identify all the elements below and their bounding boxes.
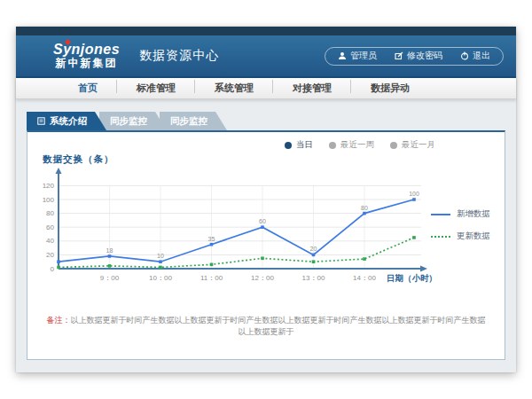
nav-item-data-change[interactable]: 数据异动 (351, 82, 429, 95)
tab-system-intro[interactable]: 系统介绍 (27, 112, 106, 130)
company-logo: Synjones 新中新集团 (53, 43, 120, 68)
company-name: 新中新集团 (56, 58, 118, 69)
svg-text:14：00: 14：00 (353, 274, 376, 282)
nav-item-standard-mgmt[interactable]: 标准管理 (117, 82, 195, 95)
user-icon (338, 51, 347, 60)
tab-sync-monitor-1[interactable]: 同步监控 (99, 112, 167, 130)
edit-icon (395, 51, 403, 60)
radio-last-month-label: 最近一月 (402, 139, 435, 151)
chart-legend: 新增数据 更新数据 (431, 208, 490, 242)
app-header: Synjones 新中新集团 数据资源中心 管理员 修改密码 退出 (16, 35, 516, 78)
logout-button[interactable]: 退出 (460, 50, 490, 62)
time-range-selector: 当日 最近一周 最近一月 (285, 139, 435, 151)
document-icon (37, 117, 45, 125)
app-window: Synjones 新中新集团 数据资源中心 管理员 修改密码 退出 (16, 27, 516, 372)
footnote-text: 以上数据更新于时间产生数据以上数据更新于时间产生数据以上数据更新于时间产生数据以… (71, 316, 486, 336)
radio-unselected-icon (329, 142, 336, 149)
admin-user-label: 管理员 (350, 50, 377, 62)
svg-text:18: 18 (106, 247, 113, 254)
admin-user-button[interactable]: 管理员 (338, 50, 377, 62)
radio-last-week-label: 最近一周 (340, 139, 374, 151)
change-password-label: 修改密码 (407, 50, 442, 62)
svg-text:40: 40 (46, 237, 54, 245)
tab-bar: 系统介绍 同步监控 同步监控 (16, 99, 516, 130)
user-actions-group: 管理员 修改密码 退出 (325, 47, 504, 66)
svg-text:60: 60 (259, 218, 266, 224)
tab-sync-monitor-2[interactable]: 同步监控 (160, 112, 227, 130)
radio-today-label: 当日 (296, 139, 313, 151)
svg-text:100: 100 (409, 191, 419, 197)
brand-name: Synjones (53, 43, 120, 58)
radio-last-week[interactable]: 最近一周 (329, 139, 374, 151)
svg-text:10：00: 10：00 (149, 274, 172, 282)
footnote-prefix: 备注： (47, 316, 71, 325)
svg-text:9：00: 9：00 (100, 274, 120, 282)
svg-text:12：00: 12：00 (251, 274, 274, 282)
svg-text:0: 0 (51, 265, 55, 273)
svg-text:35: 35 (208, 236, 215, 242)
radio-selected-icon (285, 142, 292, 149)
nav-item-interface-mgmt[interactable]: 对接管理 (273, 82, 351, 95)
svg-text:20: 20 (310, 246, 317, 252)
legend-item-updated-data[interactable]: 更新数据 (431, 231, 490, 242)
nav-item-system-mgmt[interactable]: 系统管理 (195, 82, 273, 95)
window-top-strip (16, 27, 516, 35)
solid-line-icon (431, 214, 450, 215)
svg-text:日期（小时）: 日期（小时） (387, 273, 437, 284)
radio-today[interactable]: 当日 (285, 139, 313, 151)
logout-label: 退出 (473, 50, 490, 62)
page-background: Synjones 新中新集团 数据资源中心 管理员 修改密码 退出 (0, 0, 532, 399)
legend-item-new-data[interactable]: 新增数据 (431, 208, 490, 220)
svg-text:60: 60 (46, 223, 54, 231)
tab-sync-monitor-2-label: 同步监控 (170, 112, 207, 130)
main-nav: 首页 标准管理 系统管理 对接管理 数据异动 (16, 78, 516, 99)
svg-text:120: 120 (43, 182, 55, 190)
power-icon (460, 51, 469, 60)
svg-text:11：00: 11：00 (200, 274, 223, 282)
svg-text:80: 80 (46, 209, 54, 217)
legend-new-data-label: 新增数据 (457, 208, 490, 220)
nav-item-home[interactable]: 首页 (59, 82, 117, 95)
footnote: 备注：以上数据更新于时间产生数据以上数据更新于时间产生数据以上数据更新于时间产生… (27, 315, 505, 338)
svg-text:20: 20 (46, 251, 54, 259)
page-title: 数据资源中心 (139, 48, 219, 64)
tab-sync-monitor-1-label: 同步监控 (110, 112, 147, 130)
content-area: 系统介绍 同步监控 同步监控 当日 最近一周 (16, 99, 516, 371)
svg-text:80: 80 (361, 205, 368, 211)
radio-last-month[interactable]: 最近一月 (390, 139, 435, 151)
line-chart: 0204060801001209：0010：0011：0012：0013：001… (38, 164, 439, 293)
legend-updated-data-label: 更新数据 (457, 231, 490, 242)
radio-unselected-icon (390, 142, 397, 149)
tab-system-intro-label: 系统介绍 (50, 112, 87, 130)
svg-text:100: 100 (43, 196, 55, 204)
chart-panel: 当日 最近一周 最近一月 数据交换（条） 0204060801001209：00… (27, 130, 505, 360)
svg-text:10: 10 (157, 253, 164, 259)
change-password-button[interactable]: 修改密码 (395, 50, 442, 62)
dotted-line-icon (431, 236, 450, 238)
svg-text:13：00: 13：00 (302, 274, 325, 282)
